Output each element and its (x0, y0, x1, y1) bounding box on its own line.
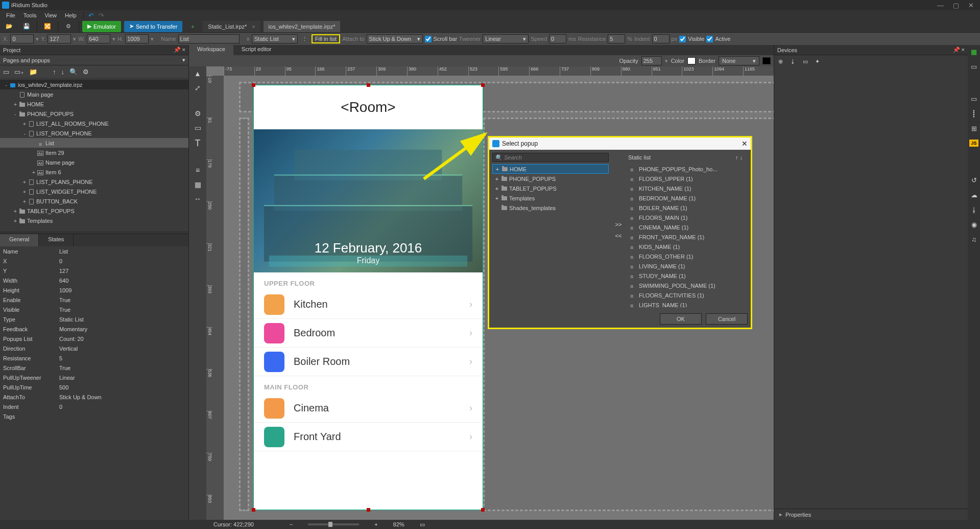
cancel-button[interactable]: Cancel (706, 313, 748, 325)
room-row[interactable]: Boiler Room› (254, 348, 483, 376)
pin-icon[interactable]: 📌 (953, 47, 960, 53)
tree-node[interactable]: +HOME (0, 99, 188, 109)
rail-icon-2[interactable]: ▭ (971, 63, 977, 71)
pages-popups-header[interactable]: Pages and popups▾ (0, 55, 188, 65)
rail-icon-8[interactable]: ⭳ (971, 206, 977, 214)
tree-node[interactable]: -PHONE_POPUPS (0, 109, 188, 119)
prop-row[interactable]: ScrollBarTrue (0, 363, 188, 373)
dialog-list-item[interactable]: LIGHTS_NAME (1) (628, 300, 748, 307)
dialog-list-item[interactable]: BOILER_NAME (1) (628, 203, 748, 213)
dialog-list-item[interactable]: PHONE_POPUPS_Photo_ho... (628, 164, 748, 174)
tree-node[interactable]: AbName page (0, 157, 188, 167)
h-input[interactable] (125, 34, 149, 43)
tree-node[interactable]: +BUTTON_BACK (0, 196, 188, 206)
window-close-icon[interactable]: ✕ (968, 2, 974, 9)
sort-down-icon[interactable]: ↓ (740, 154, 743, 160)
doc-tab-1[interactable]: Static_List.irpz*× (203, 21, 260, 32)
color-swatch[interactable] (687, 57, 696, 64)
zoom-in-icon[interactable]: + (374, 521, 377, 527)
prop-row[interactable]: Popups ListCount: 20 (0, 334, 188, 343)
dialog-list-item[interactable]: STUDY_NAME (1) (628, 271, 748, 281)
dialog-left-tree[interactable]: +HOME+PHONE_POPUPS+TABLET_POPUPS+Templat… (492, 164, 609, 213)
indent-input[interactable] (652, 34, 670, 43)
grid-tool-icon[interactable]: ▦ (195, 180, 201, 189)
device-preview[interactable]: <Room> 12 February, 2016 Friday (253, 85, 483, 510)
add-tab-icon[interactable]: + (185, 21, 200, 32)
border-combo[interactable]: None▾ (719, 56, 759, 65)
tree-node[interactable]: -ios_whitev2_template.irpz (0, 80, 188, 89)
new-page-icon[interactable]: ▭ (3, 68, 9, 76)
snap-tool-icon[interactable]: ↔ (194, 195, 201, 203)
pointer-tool-icon[interactable]: ▲ (194, 70, 201, 78)
tree-node[interactable]: +LIST_WIDGET_PHONE (0, 187, 188, 196)
dialog-list-item[interactable]: FLOORS_UPPER (1) (628, 174, 748, 183)
type-combo[interactable]: Static List▾ (252, 34, 298, 43)
room-row[interactable]: Kitchen› (254, 290, 483, 319)
border-color-swatch[interactable] (762, 57, 771, 64)
prop-row[interactable]: PullUpTweenerLinear (0, 373, 188, 382)
rail-icon-6[interactable]: ↺ (971, 176, 977, 184)
menu-view[interactable]: View (41, 11, 60, 19)
transfer-button[interactable]: ➤ Send to Transfer (124, 21, 182, 32)
move-right-button[interactable]: >> (615, 221, 622, 227)
prop-row[interactable]: FeedbackMomentary (0, 324, 188, 334)
dialog-tree-node[interactable]: +Templates (492, 193, 609, 203)
w-input[interactable] (87, 34, 110, 43)
gear-icon[interactable]: ⚙ (83, 68, 89, 76)
scrollbar-checkbox[interactable] (425, 36, 432, 42)
y-input[interactable] (47, 34, 71, 43)
prop-row[interactable]: Width640 (0, 275, 188, 285)
dialog-tree-node[interactable]: +TABLET_POPUPS (492, 183, 609, 193)
rail-icon-7[interactable]: ☁ (971, 191, 977, 199)
move-tool-icon[interactable]: ⤢ (195, 84, 201, 92)
doc-tab-2[interactable]: ios_whitev2_template.irpz* (264, 21, 341, 32)
emulator-button[interactable]: ▶ Emulator (82, 21, 121, 32)
dialog-list-item[interactable]: FLOORS_MAIN (1) (628, 213, 748, 222)
tree-node[interactable]: AbItem 29 (0, 148, 188, 157)
prop-row[interactable]: Indent0 (0, 402, 188, 411)
dialog-tree-node[interactable]: +PHONE_POPUPS (492, 174, 609, 183)
new-folder-icon[interactable]: 📁 (29, 68, 37, 76)
gear-tool-icon[interactable]: ⚙ (195, 109, 201, 118)
rail-camera-icon[interactable]: ◉ (971, 221, 977, 228)
move-up-icon[interactable]: ↑ (53, 68, 56, 76)
prop-row[interactable]: PullUpTime500 (0, 382, 188, 392)
dialog-list-item[interactable]: KITCHEN_NAME (1) (628, 183, 748, 193)
save-icon[interactable]: 💾 (19, 21, 34, 32)
close-panel-icon[interactable]: × (962, 47, 965, 53)
prop-row[interactable]: TypeStatic List (0, 314, 188, 324)
dialog-list-item[interactable]: SWIMMING_POOL_NAME (1) (628, 281, 748, 290)
room-row[interactable]: Front Yard› (254, 423, 483, 451)
rail-icon-4[interactable]: ┋ (972, 110, 976, 118)
speed-input[interactable] (549, 34, 566, 43)
menu-tools[interactable]: Tools (20, 11, 40, 19)
tree-node[interactable]: -LIST_ROOM_PHONE (0, 128, 188, 138)
tree-node[interactable]: List (0, 138, 188, 148)
x-input[interactable] (10, 34, 34, 43)
prop-row[interactable]: EnableTrue (0, 295, 188, 305)
resistance-input[interactable] (608, 34, 625, 43)
dialog-search-input[interactable]: 🔍 Search (492, 153, 609, 162)
fill-in-list-button[interactable]: Fill in list (312, 34, 340, 43)
dialog-list-item[interactable]: CINEMA_NAME (1) (628, 222, 748, 232)
open-icon[interactable]: 📂 (2, 21, 16, 32)
prop-row[interactable]: DirectionVertical (0, 343, 188, 353)
tree-node[interactable]: Main page (0, 89, 188, 99)
tree-node[interactable]: +AbItem 6 (0, 167, 188, 177)
window-maximize-icon[interactable]: ▢ (953, 2, 959, 9)
move-down-icon[interactable]: ↓ (61, 68, 65, 76)
dialog-list-item[interactable]: LIVING_NAME (1) (628, 261, 748, 271)
close-panel-icon[interactable]: × (182, 47, 185, 53)
dialog-tree-node[interactable]: Shades_templates (492, 203, 609, 213)
move-left-button[interactable]: << (615, 233, 622, 239)
tree-node[interactable]: +Templates (0, 216, 188, 225)
align-tool-icon[interactable]: ≡ (196, 166, 200, 174)
rail-icon-1[interactable]: ▦ (971, 48, 977, 56)
dialog-list-item[interactable]: KIDS_NAME (1) (628, 242, 748, 251)
new-popup-icon[interactable]: ▭₊ (14, 68, 24, 76)
settings-icon[interactable]: ⚙ (61, 21, 76, 32)
scan-icon[interactable]: ▭ (803, 58, 808, 65)
dialog-right-list[interactable]: PHONE_POPUPS_Photo_ho...FLOORS_UPPER (1)… (628, 164, 748, 307)
search-icon[interactable]: 🔍 (69, 68, 78, 76)
room-row[interactable]: Bedroom› (254, 319, 483, 348)
